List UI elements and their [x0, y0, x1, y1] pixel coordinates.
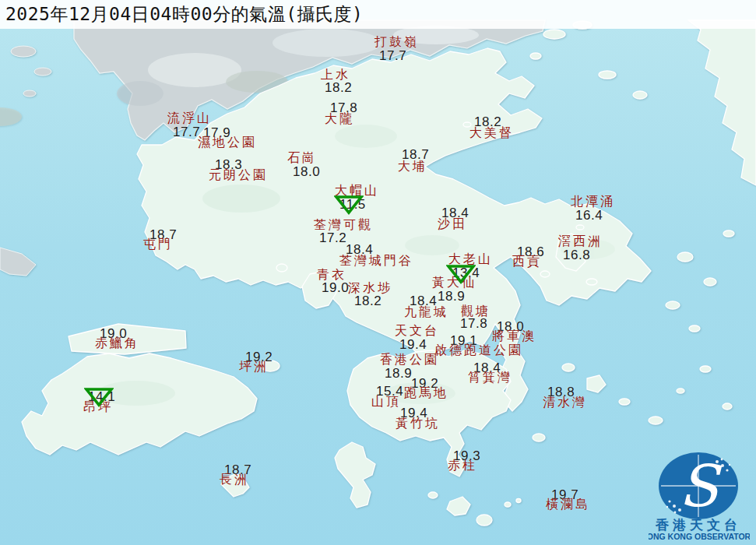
station-temp-ta-kwu-ling: 17.7 [379, 49, 406, 62]
map-title-text: 2025年12月04日04時00分的氣溫(攝氏度) [5, 2, 363, 26]
station-name-tsing-yi: 青衣 [317, 269, 346, 281]
min-temp-triangle-marker-tates-cairn [446, 263, 476, 284]
station-name-ta-kwu-ling: 打鼓嶺 [374, 36, 419, 48]
station-name-shau-kei-wan: 筲箕灣 [468, 371, 512, 384]
stations-layer: 17.7打鼓嶺18.2上水17.8大隴18.2大美督17.7流浮山17.9濕地公… [0, 0, 756, 545]
station-name-tai-mei-tuk: 大美督 [469, 127, 514, 139]
station-name-sham-shui-po: 深水埗 [348, 282, 392, 294]
station-name-hk-observatory: 天文台 [395, 325, 439, 337]
hko-regional-temperature-map: 2025年12月04日04時00分的氣溫(攝氏度) 17.7打鼓嶺18.2上水1… [0, 0, 756, 545]
station-name-sha-tin: 沙田 [438, 218, 467, 230]
station-name-tuen-mun: 屯門 [143, 238, 173, 251]
min-temp-triangle-marker-ngong-ping [84, 386, 114, 407]
station-name-hong-kong-park: 香港公園 [380, 353, 439, 366]
station-temp-kau-sai-chau: 16.8 [563, 248, 590, 262]
hko-logo-name-en: HONG KONG OBSERVATORY [649, 532, 750, 541]
station-name-wetland-park: 濕地公園 [198, 136, 257, 149]
station-name-waglan-island: 橫瀾島 [546, 498, 590, 511]
station-name-pak-tam-chung: 北潭涌 [571, 195, 615, 208]
station-name-tsuen-wan-ho-koon: 荃灣可觀 [314, 219, 373, 231]
hko-logo: S 香港天文台 HONG KONG OBSERVATORY [649, 452, 750, 543]
station-temp-hk-observatory: 19.4 [399, 338, 427, 351]
station-temp-wong-tai-sin: 18.9 [438, 290, 465, 303]
station-temp-tsuen-wan-ho-koon: 17.2 [319, 231, 346, 244]
station-name-shek-kong: 石崗 [287, 152, 317, 164]
station-temp-pak-tam-chung: 16.4 [575, 209, 603, 222]
station-name-kowloon-city: 九龍城 [404, 306, 448, 318]
station-temp-tsing-yi: 19.0 [322, 281, 349, 294]
station-name-tai-lung: 大隴 [325, 113, 354, 125]
station-name-lau-fau-shan: 流浮山 [167, 112, 212, 125]
station-name-happy-valley: 跑馬地 [404, 387, 448, 399]
station-name-tseung-kwan-o: 將軍澳 [492, 330, 536, 343]
station-name-stanley: 赤柱 [448, 459, 477, 472]
station-temp-hong-kong-park: 18.9 [385, 367, 412, 380]
station-temp-shek-kong: 18.0 [293, 165, 320, 178]
station-temp-kwun-tong: 17.8 [460, 317, 487, 330]
station-name-sheung-shui: 上水 [321, 69, 350, 81]
station-name-tai-po: 大埔 [398, 160, 427, 173]
hko-logo-name-zh: 香港天文台 [655, 517, 741, 533]
map-title: 2025年12月04日04時00分的氣溫(攝氏度) [0, 0, 756, 29]
station-name-wong-chuk-hang: 黃竹坑 [396, 417, 440, 430]
station-name-the-peak: 山頂 [371, 396, 401, 408]
min-temp-triangle-marker-tai-mo-shan [334, 194, 364, 215]
station-name-chek-lap-kok: 赤鱲角 [95, 337, 139, 350]
station-temp-sheung-shui: 18.2 [325, 81, 352, 94]
station-name-cheung-chau: 長洲 [220, 473, 249, 486]
station-name-yuen-long-park: 元朗公園 [209, 169, 268, 181]
station-name-kwun-tong: 觀塘 [461, 305, 491, 318]
station-name-sai-kung: 西貢 [512, 255, 542, 268]
station-name-tsuen-wan-shing-mun-valley: 荃灣城門谷 [339, 255, 413, 267]
station-name-clear-water-bay: 清水灣 [543, 396, 587, 409]
station-temp-lau-fau-shan: 17.7 [173, 125, 200, 139]
station-name-kai-tak-runway-park: 啟德跑道公園 [434, 344, 523, 357]
station-name-peng-chau: 坪洲 [239, 360, 269, 373]
station-temp-sham-shui-po: 18.2 [354, 294, 382, 308]
station-name-kau-sai-chau: 滘西洲 [558, 235, 603, 248]
